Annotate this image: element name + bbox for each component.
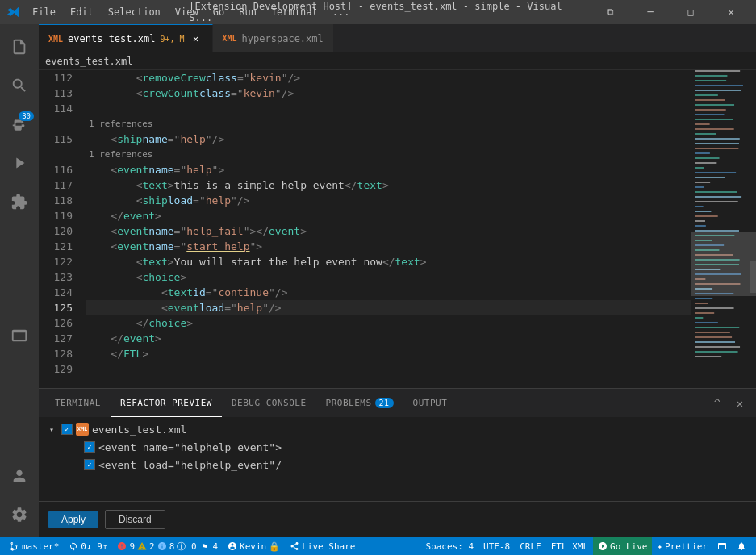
panel-tab-output[interactable]: OUTPUT <box>403 389 457 417</box>
menu-selection[interactable]: Selection <box>102 5 167 19</box>
minimap-slider[interactable] <box>750 261 756 293</box>
status-language[interactable]: FTL XML <box>546 537 593 555</box>
line-num-123: 123 <box>39 269 79 285</box>
titlebar: File Edit Selection View Go Run Terminal… <box>0 0 756 24</box>
sync-label: 0↓ 9↑ <box>81 541 107 552</box>
panel-tab-debug[interactable]: DEBUG CONSOLE <box>222 389 316 417</box>
activity-icon-accounts[interactable] <box>0 457 39 495</box>
code-editor[interactable]: 112 113 114 115 116 117 118 119 120 121 … <box>39 70 756 388</box>
debug-label: DEBUG CONSOLE <box>232 398 307 408</box>
language-label: FTL XML <box>551 541 588 552</box>
tree-child2-checkbox[interactable]: ✓ <box>84 459 95 470</box>
status-line-ending[interactable]: CRLF <box>515 537 546 555</box>
panel-close-button[interactable]: ✕ <box>730 394 750 413</box>
info-count: 8 <box>169 541 175 552</box>
status-spaces[interactable]: Spaces: 4 <box>420 537 478 555</box>
status-encoding[interactable]: UTF-8 <box>478 537 515 555</box>
line-num-115: 115 <box>39 131 79 147</box>
minimize-button[interactable]: ─ <box>632 0 669 24</box>
user-label: Kevin <box>240 541 266 552</box>
panel-tab-terminal[interactable]: TERMINAL <box>45 389 111 417</box>
status-notifications-remote[interactable] <box>712 537 732 555</box>
xml-icon-2: XML <box>223 34 237 43</box>
panel-tabs: TERMINAL REFACTOR PREVIEW DEBUG CONSOLE … <box>39 389 756 417</box>
status-go-live[interactable]: Go Live <box>593 537 652 555</box>
tree-child2-label: <event load="helphelp_event"/ <box>98 459 282 471</box>
status-right: Spaces: 4 UTF-8 CRLF FTL XML Go Live ✦ P… <box>420 537 751 555</box>
status-errors[interactable]: 9 2 8 ⓘ 0 ⚑ 4 <box>112 537 223 555</box>
titlebar-title: [Extension Development Host] - events_te… <box>189 1 567 23</box>
status-git-branch[interactable]: master* <box>5 537 64 555</box>
panel-tab-problems[interactable]: PROBLEMS 21 <box>316 389 403 417</box>
status-sync[interactable]: 0↓ 9↑ <box>64 537 112 555</box>
maximize-button[interactable]: □ <box>672 0 709 24</box>
breadcrumb-file: events_test.xml <box>45 56 132 67</box>
panel-actions: ^ ✕ <box>708 394 750 413</box>
line-num-118: 118 <box>39 193 79 208</box>
code-line-123: <choice> <box>86 269 691 285</box>
code-content[interactable]: <removeCrew class="kevin"/> <crewCount c… <box>79 70 691 388</box>
tab-events-test[interactable]: XML events_test.xml 9+, M ✕ <box>39 24 213 52</box>
activity-icon-settings[interactable] <box>0 495 39 534</box>
panel-collapse-button[interactable]: ^ <box>708 394 727 413</box>
line-num-121: 121 <box>39 239 79 254</box>
liveshare-icon <box>290 541 299 551</box>
tab-label-hyperspace: hyperspace.xml <box>242 33 324 44</box>
line-num-ref2 <box>39 147 79 162</box>
xml-icon: XML <box>48 35 63 44</box>
line-ending-label: CRLF <box>520 541 541 552</box>
vscode-logo-icon <box>6 6 19 19</box>
activity-icon-remote[interactable] <box>0 316 39 355</box>
warning-count: 2 <box>149 541 155 552</box>
code-line-129 <box>86 361 691 377</box>
tree-child1-checkbox[interactable]: ✓ <box>84 441 95 453</box>
menu-file[interactable]: File <box>26 5 62 19</box>
menu-edit[interactable]: Edit <box>64 5 100 19</box>
discard-button[interactable]: Discard <box>105 510 165 529</box>
layout-button[interactable]: ⧉ <box>591 0 629 24</box>
tree-root-item[interactable]: ▾ ✓ XML events_test.xml <box>45 420 750 438</box>
spaces-label: Spaces: 4 <box>425 541 474 552</box>
code-line-126: </choice> <box>86 315 691 331</box>
editor-area: XML events_test.xml 9+, M ✕ XML hyperspa… <box>39 24 756 537</box>
source-control-badge: 30 <box>19 111 34 121</box>
tab-close-events-test[interactable]: ✕ <box>190 32 203 45</box>
problems-label: PROBLEMS <box>326 398 372 408</box>
status-prettier[interactable]: ✦ Prettier <box>652 537 712 555</box>
tree-expand-icon[interactable]: ▾ <box>45 423 58 436</box>
ref-line-2: 1 references <box>86 147 691 162</box>
minimap-canvas <box>691 70 756 361</box>
status-bell[interactable] <box>732 537 751 555</box>
line-num-119: 119 <box>39 208 79 223</box>
line-num-116: 116 <box>39 162 79 177</box>
tree-child-1[interactable]: ✓ <event name="helphelp_event"> <box>45 438 750 456</box>
activity-icon-search[interactable] <box>0 66 39 105</box>
info-icon <box>157 541 167 551</box>
line-num-117: 117 <box>39 177 79 193</box>
tree-child1-label: <event name="helphelp_event"> <box>98 441 282 453</box>
code-line-122: <text>You will start the help event now<… <box>86 254 691 269</box>
activity-icon-run[interactable] <box>0 144 39 182</box>
close-button[interactable]: ✕ <box>712 0 750 24</box>
terminal-label: TERMINAL <box>55 398 101 408</box>
status-user[interactable]: Kevin 🔒 <box>223 537 285 555</box>
activity-icon-extensions[interactable] <box>0 182 39 221</box>
panel-tab-refactor[interactable]: REFACTOR PREVIEW <box>111 389 222 417</box>
activity-icon-explorer[interactable] <box>0 27 39 66</box>
apply-button[interactable]: Apply <box>48 511 98 528</box>
status-liveshare[interactable]: Live Share <box>285 537 360 555</box>
code-line-120: <event name="help_fail"></event> <box>86 223 691 239</box>
line-numbers: 112 113 114 115 116 117 118 119 120 121 … <box>39 70 79 388</box>
git-branch-icon <box>10 541 19 551</box>
line-num-122: 122 <box>39 254 79 269</box>
activity-icon-source-control[interactable]: 30 <box>0 105 39 144</box>
line-num-126: 126 <box>39 315 79 331</box>
tab-hyperspace[interactable]: XML hyperspace.xml <box>213 24 334 52</box>
tree-child-2[interactable]: ✓ <event load="helphelp_event"/ <box>45 456 750 474</box>
tree-root-checkbox[interactable]: ✓ <box>61 424 73 435</box>
encoding-label: UTF-8 <box>483 541 510 552</box>
tab-label-events-test: events_test.xml <box>68 33 155 44</box>
code-line-112: <removeCrew class="kevin"/> <box>86 70 691 86</box>
ref-line-1: 1 references <box>86 116 691 131</box>
hint-count: ⓘ 0 ⚑ 4 <box>177 540 218 553</box>
